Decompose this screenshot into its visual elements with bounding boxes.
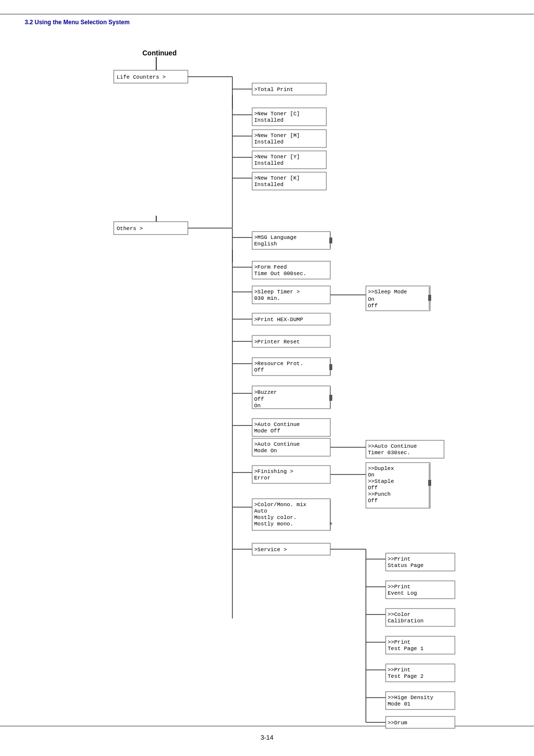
svg-text:Installed: Installed: [254, 160, 283, 166]
printer-reset-node: >Printer Reset: [254, 339, 300, 345]
svg-text:Installed: Installed: [254, 117, 283, 123]
svg-rect-39: [428, 295, 431, 301]
auto-continue-off-node: >Auto Continue: [254, 422, 300, 427]
auto-continue-on-node: >Auto Continue: [254, 441, 300, 447]
svg-text:Mode  On: Mode On: [254, 448, 277, 454]
toner-k-node: >New Toner [K]: [254, 175, 300, 181]
svg-text:Test Page 1: Test Page 1: [388, 646, 424, 652]
form-feed-node: >Form Feed: [254, 264, 287, 270]
svg-text:Off: Off: [254, 367, 264, 373]
toner-m-node: >New Toner [M]: [254, 133, 300, 139]
sleep-timer-node: >Sleep Timer >: [254, 289, 300, 295]
svg-text:English: English: [254, 241, 277, 247]
svg-text:Test Page 2: Test Page 2: [388, 673, 424, 679]
toner-y-node: >New Toner [Y]: [254, 154, 300, 160]
color-mono-node: >Color/Mono. mix: [254, 502, 307, 508]
buzzer-node: >Buzzer: [254, 389, 277, 395]
svg-rect-48: [329, 364, 332, 370]
top-rule: [0, 14, 534, 14]
svg-text:Mostly color.: Mostly color.: [254, 515, 297, 520]
total-print-node: >Total Print: [254, 87, 293, 93]
svg-text:Calibration: Calibration: [388, 618, 424, 624]
print-hex-node: >Print HEX-DUMP: [254, 317, 303, 323]
finishing-error-node: >Finishing >: [254, 469, 293, 474]
resource-prot-node: >Resource Prot.: [254, 361, 303, 367]
svg-text:Error: Error: [254, 475, 270, 481]
others-node: Others >: [117, 226, 143, 232]
svg-text:Mode  Off: Mode Off: [254, 428, 280, 434]
svg-text:×: ×: [329, 520, 332, 526]
hige-density-node: >>Hige Density: [388, 695, 434, 701]
svg-text:Installed: Installed: [254, 182, 283, 188]
svg-rect-26: [329, 237, 332, 243]
sleep-mode-node: >>Sleep Mode: [368, 289, 407, 295]
svg-rect-74: [428, 480, 431, 486]
print-status-node: >>Print: [388, 556, 410, 562]
svg-text:Event Log: Event Log: [388, 590, 417, 596]
svg-text:Off: Off: [368, 485, 378, 491]
svg-text:On: On: [254, 403, 261, 409]
print-test2-node: >>Print: [388, 667, 410, 673]
svg-text:Off: Off: [368, 303, 378, 309]
print-event-log-node: >>Print: [388, 584, 410, 590]
continued-label: Continued: [142, 49, 177, 57]
svg-text:On: On: [368, 296, 374, 302]
svg-text:Auto: Auto: [254, 508, 267, 514]
life-counters-node: Life Counters >: [117, 74, 166, 80]
msg-language-node: >MSG Language: [254, 235, 297, 240]
svg-text:030 min.: 030 min.: [254, 295, 280, 301]
svg-text:Time Out 000sec.: Time Out 000sec.: [254, 271, 307, 277]
svg-text:Off: Off: [368, 498, 378, 504]
svg-rect-54: [329, 395, 332, 401]
section-title: 3.2 Using the Menu Selection System: [25, 19, 130, 26]
menu-diagram: Continued Life Counters > >Total Print >…: [20, 40, 514, 742]
svg-text:Mostly mono.: Mostly mono.: [254, 521, 293, 527]
svg-text:Mode   01: Mode 01: [388, 701, 411, 707]
duplex-node: >>Duplex: [368, 466, 394, 472]
color-calibration-node: >>Color: [388, 612, 410, 617]
drum-node: >>Drum: [388, 720, 407, 726]
svg-text:Status Page: Status Page: [388, 563, 424, 568]
auto-continue-timer-node: >>Auto Continue: [368, 443, 417, 449]
svg-text:>>Punch: >>Punch: [368, 491, 391, 497]
svg-text:Timer   030sec.: Timer 030sec.: [368, 450, 410, 456]
svg-text:On: On: [368, 472, 374, 478]
service-node: >Service >: [254, 547, 287, 553]
svg-text:Installed: Installed: [254, 139, 283, 145]
svg-text:Off: Off: [254, 396, 264, 402]
svg-text:>>Staple: >>Staple: [368, 478, 394, 484]
print-test1-node: >>Print: [388, 639, 410, 645]
toner-c-node: >New Toner [C]: [254, 111, 300, 117]
